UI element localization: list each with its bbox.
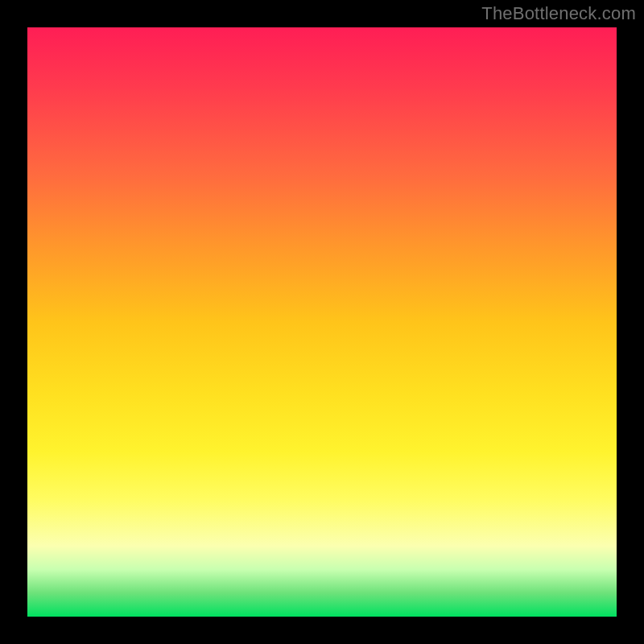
plot-area [27, 27, 617, 617]
watermark-text: TheBottleneck.com [481, 3, 636, 24]
chart-frame: TheBottleneck.com [0, 0, 644, 644]
gradient-background [27, 27, 617, 617]
